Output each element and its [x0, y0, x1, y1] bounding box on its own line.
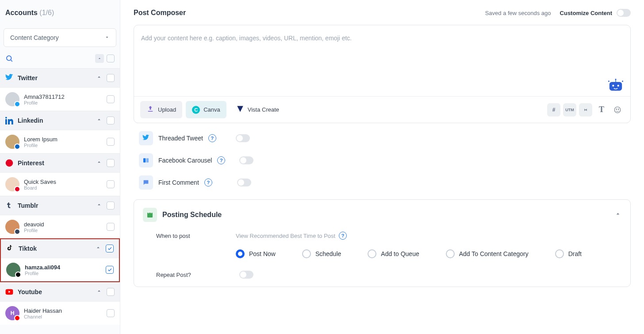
carousel-icon [139, 153, 153, 167]
youtube-icon [5, 288, 13, 296]
first-comment-toggle[interactable] [237, 179, 251, 186]
carousel-toggle[interactable] [239, 156, 253, 164]
platform-youtube: Youtube H Haider Hassan Channel [0, 282, 120, 325]
platform-checkbox[interactable] [107, 288, 115, 296]
account-checkbox[interactable] [107, 95, 115, 103]
chevron-up-icon [96, 74, 102, 82]
account-row[interactable]: Lorem Ipsum Profile [0, 130, 120, 153]
canva-button[interactable]: C Canva [186, 101, 226, 118]
account-checkbox[interactable] [106, 266, 114, 274]
account-row[interactable]: Amna37811712 Profile [0, 87, 120, 111]
repeat-toggle[interactable] [239, 271, 253, 279]
radio-category[interactable]: Add To Content Category [446, 249, 529, 258]
account-type: Profile [24, 100, 102, 105]
customize-content-toggle[interactable]: Customize Content [560, 9, 631, 17]
account-name: deavoid [24, 221, 102, 228]
help-icon[interactable]: ? [204, 179, 212, 186]
tiktok-icon [6, 245, 14, 252]
account-name: hamza.ali094 [25, 264, 101, 271]
utm-button[interactable]: UTM [563, 103, 576, 117]
radio-schedule[interactable]: Schedule [302, 249, 341, 258]
search-icon[interactable] [5, 54, 13, 62]
help-icon[interactable]: ? [208, 134, 216, 142]
hashtag-button[interactable]: # [547, 103, 560, 117]
platform-tiktok: Tiktok hamza.ali094 Profile [1, 239, 119, 281]
chevron-up-icon [96, 202, 102, 210]
emoji-button[interactable] [611, 103, 624, 117]
ai-bot-icon[interactable] [608, 78, 623, 92]
content-editor[interactable]: Add your content here e.g. caption, imag… [134, 25, 630, 96]
upload-button[interactable]: Upload [140, 101, 182, 118]
avatar [6, 263, 20, 277]
platform-name: Youtube [18, 288, 92, 295]
platform-checkbox[interactable] [107, 117, 115, 124]
account-name: Amna37811712 [24, 93, 102, 100]
platform-checkbox[interactable] [107, 159, 115, 167]
avatar: H [5, 306, 19, 320]
platform-header-twitter[interactable]: Twitter [0, 69, 120, 87]
vista-button[interactable]: Vista Create [230, 101, 285, 118]
content-category-select[interactable]: Content Category [4, 28, 116, 47]
radio-label: Add to Queue [381, 250, 419, 257]
svg-point-3 [612, 85, 614, 86]
account-type: Profile [24, 228, 102, 233]
pinterest-badge-icon [14, 186, 20, 192]
text-format-button[interactable]: T [595, 103, 608, 117]
account-row[interactable]: deavoid Profile [0, 215, 120, 238]
toggle-icon [617, 9, 631, 17]
platform-name: Twitter [18, 74, 92, 82]
account-type: Channel [24, 314, 102, 319]
select-all-checkbox[interactable] [107, 54, 115, 62]
radio-label: Post Now [249, 250, 276, 257]
platform-header-linkedin[interactable]: Linkedin [0, 111, 120, 130]
account-checkbox[interactable] [107, 138, 115, 146]
linkedin-badge-icon [14, 144, 20, 150]
radio-draft[interactable]: Draft [555, 249, 582, 258]
account-type: Profile [24, 143, 102, 148]
platform-name: Linkedin [18, 117, 92, 124]
page-title: Post Composer [134, 9, 186, 17]
collapse-all-button[interactable] [95, 54, 104, 63]
platform-header-pinterest[interactable]: Pinterest [0, 154, 120, 172]
account-checkbox[interactable] [107, 309, 115, 317]
platform-header-tiktok[interactable]: Tiktok [1, 239, 119, 258]
canva-icon: C [192, 106, 200, 114]
platform-checkbox[interactable] [107, 74, 115, 82]
recommended-time-link[interactable]: View Recommended Best Time to Post ? [236, 232, 347, 240]
repeat-label: Repeat Post? [156, 272, 192, 278]
threaded-tweet-toggle[interactable] [236, 134, 250, 142]
account-row[interactable]: hamza.ali094 Profile [1, 258, 119, 281]
editor-placeholder: Add your content here e.g. caption, imag… [141, 35, 352, 42]
chevron-up-icon[interactable] [614, 210, 621, 219]
chevron-up-icon [96, 117, 102, 124]
first-comment-label: First Comment [158, 179, 199, 186]
account-type: Board [24, 185, 102, 190]
linkedin-icon [5, 117, 13, 124]
tiktok-badge-icon [15, 272, 21, 278]
radio-icon [302, 249, 311, 258]
link-shortener-button[interactable] [579, 103, 592, 117]
platform-tumblr: Tumblr deavoid Profile [0, 196, 120, 238]
platform-header-tumblr[interactable]: Tumblr [0, 196, 120, 215]
radio-label: Add To Content Category [459, 250, 529, 257]
account-row[interactable]: H Haider Hassan Channel [0, 301, 120, 325]
svg-point-7 [608, 81, 610, 82]
platform-pinterest: Pinterest Quick Saves Board [0, 153, 120, 196]
radio-icon [555, 249, 564, 258]
avatar [5, 177, 19, 191]
svg-point-4 [617, 85, 619, 86]
account-row[interactable]: Quick Saves Board [0, 172, 120, 196]
help-icon[interactable]: ? [217, 156, 225, 164]
account-checkbox[interactable] [107, 180, 115, 188]
platform-header-youtube[interactable]: Youtube [0, 283, 120, 301]
radio-queue[interactable]: Add to Queue [368, 249, 419, 258]
account-checkbox[interactable] [107, 223, 115, 231]
svg-point-1 [6, 159, 13, 167]
accounts-count: (1/6) [39, 9, 54, 16]
platform-checkbox[interactable] [107, 202, 115, 210]
radio-post-now[interactable]: Post Now [236, 249, 276, 258]
carousel-label: Facebook Carousel [158, 157, 212, 164]
radio-label: Draft [568, 250, 582, 257]
platform-checkbox[interactable] [106, 245, 114, 252]
main-panel: Post Composer Saved a few seconds ago Cu… [120, 0, 644, 334]
